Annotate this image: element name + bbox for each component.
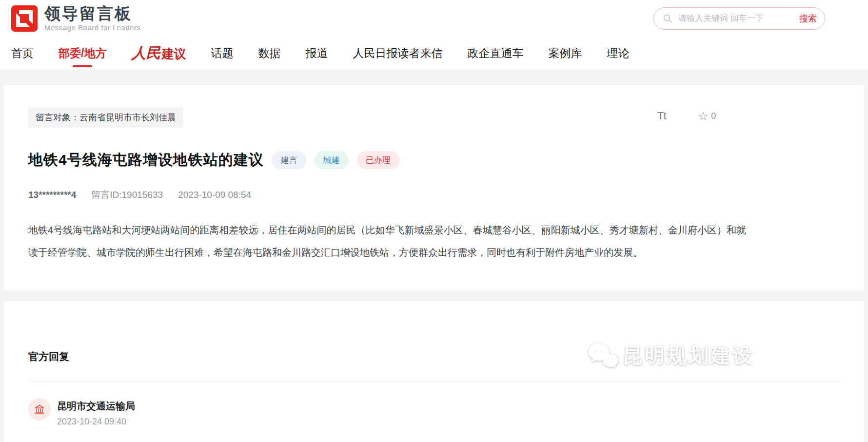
nav-item-data[interactable]: 数据	[258, 46, 280, 61]
nav-item-peoples-suggestions[interactable]: 人民建议	[131, 43, 186, 63]
message-time: 2023-10-09 08:54	[178, 190, 251, 200]
reply-section-title: 官方回复	[28, 350, 840, 364]
nav-item-theory[interactable]: 理论	[607, 46, 629, 61]
logo-icon	[11, 5, 38, 32]
reply-time: 2023-10-24 09:40	[57, 417, 135, 427]
main-nav: 首页 部委/地方 人民建议 话题 数据 报道 人民日报读者来信 政企直通车 案例…	[0, 37, 868, 70]
search-icon	[663, 14, 672, 23]
badge-category: 城建	[315, 151, 349, 169]
message-author: 13*********4	[28, 190, 76, 200]
message-body: 地铁4号线海屯路站和大河埂站两站间的距离相差较远，居住在两站间的居民（比如华飞新…	[28, 219, 746, 264]
logo-title: 领导留言板	[44, 5, 141, 22]
message-id: 留言ID:19015633	[91, 189, 163, 201]
reply-divider	[28, 382, 840, 382]
nav-item-reports[interactable]: 报道	[305, 46, 328, 61]
logo-subtitle: Message Board for Leaders	[44, 23, 141, 32]
reply-identity: 昆明市交通运输局 2023-10-24 09:40	[57, 398, 135, 427]
official-reply-card: 官方回复 昆明市交通运输局 2023-10-24 09:40 网民同志：您好！	[4, 301, 864, 442]
badge-suggestion: 建言	[272, 151, 306, 169]
font-size-icon[interactable]: Tt	[657, 110, 666, 122]
message-target-box: 留言对象：云南省昆明市市长刘佳晨	[28, 107, 183, 128]
message-title-row: 地铁4号线海屯路增设地铁站的建议 建言 城建 已办理	[28, 150, 840, 170]
badge-status: 已办理	[357, 151, 399, 169]
nav-item-home[interactable]: 首页	[11, 46, 34, 61]
reply-item: 昆明市交通运输局 2023-10-24 09:40	[28, 398, 840, 427]
nav-item-reader-letters[interactable]: 人民日报读者来信	[353, 46, 442, 61]
message-tools: Tt ☆ 0	[657, 110, 716, 122]
nav-item-topics[interactable]: 话题	[211, 46, 233, 61]
reply-agency-name: 昆明市交通运输局	[57, 400, 135, 413]
favorite-count: 0	[711, 111, 716, 121]
favorite-button[interactable]: ☆ 0	[698, 111, 716, 122]
search-button[interactable]: 搜索	[799, 13, 817, 24]
content-area: 留言对象：云南省昆明市市长刘佳晨 Tt ☆ 0 地铁4号线海屯路增设地铁站的建议…	[0, 70, 868, 442]
message-title: 地铁4号线海屯路增设地铁站的建议	[28, 150, 264, 170]
nav-item-gov-enterprise[interactable]: 政企直通车	[467, 46, 523, 61]
nav-item-case-library[interactable]: 案例库	[548, 46, 582, 61]
logo-text: 领导留言板 Message Board for Leaders	[44, 5, 141, 32]
message-card: 留言对象：云南省昆明市市长刘佳晨 Tt ☆ 0 地铁4号线海屯路增设地铁站的建议…	[4, 85, 864, 290]
agency-avatar	[28, 398, 51, 421]
nav-item-ministries-local[interactable]: 部委/地方	[59, 46, 106, 61]
nav-peoples-bold-label: 建议	[161, 47, 186, 60]
message-meta-row: 13*********4 留言ID:19015633 2023-10-09 08…	[28, 189, 840, 201]
government-building-icon	[34, 404, 45, 415]
search-box: 搜索	[653, 7, 825, 30]
nav-peoples-script-label: 人民	[131, 45, 160, 61]
star-icon: ☆	[698, 111, 709, 122]
header: 领导留言板 Message Board for Leaders 搜索	[0, 0, 868, 37]
search-input[interactable]	[678, 14, 793, 23]
site-logo[interactable]: 领导留言板 Message Board for Leaders	[11, 5, 141, 32]
